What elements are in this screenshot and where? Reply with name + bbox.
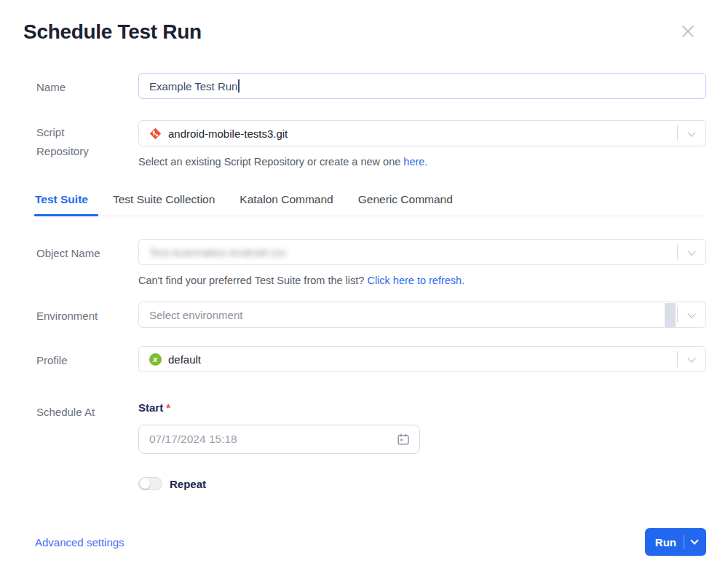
close-button[interactable]	[678, 22, 697, 41]
chevron-down-icon[interactable]	[687, 310, 695, 318]
schedule-at-row: Schedule At Start* 07/17/2024 15:18	[23, 398, 706, 490]
tab-katalon-command[interactable]: Katalon Command	[240, 193, 333, 216]
environment-row: Environment Select environment	[23, 302, 706, 328]
dialog-footer: Advanced settings Run	[23, 528, 706, 556]
refresh-test-suites-link[interactable]: Click here to refresh.	[367, 275, 464, 286]
create-repository-link[interactable]: here.	[403, 156, 427, 168]
profile-select[interactable]: x default	[138, 346, 706, 372]
close-icon	[680, 23, 696, 39]
run-button-label: Run	[655, 536, 676, 549]
run-dropdown-chevron-icon[interactable]	[690, 536, 698, 544]
profile-label: Profile	[23, 346, 138, 369]
dialog-header: Schedule Test Run	[23, 0, 706, 45]
git-icon	[149, 127, 162, 140]
schedule-at-label: Schedule At	[23, 398, 138, 420]
button-divider	[684, 535, 684, 549]
repeat-toggle[interactable]	[138, 477, 162, 490]
schedule-test-run-dialog: Schedule Test Run Name Example Test Run …	[0, 0, 728, 574]
profile-row: Profile x default	[23, 346, 706, 372]
start-datetime-value: 07/17/2024 15:18	[149, 433, 237, 446]
run-type-tabs: Test Suite Test Suite Collection Katalon…	[35, 193, 706, 216]
environment-placeholder: Select environment	[149, 309, 242, 321]
chevron-down-icon[interactable]	[687, 247, 695, 255]
tab-test-suite-collection[interactable]: Test Suite Collection	[113, 193, 215, 216]
object-name-helper: Can't find your preferred Test Suite fro…	[138, 274, 706, 287]
calendar-icon[interactable]	[397, 433, 410, 446]
environment-label: Environment	[23, 302, 138, 324]
page-title: Schedule Test Run	[23, 19, 202, 45]
select-divider	[677, 125, 678, 141]
profile-value: default	[168, 353, 201, 366]
required-asterisk: *	[166, 401, 170, 414]
script-repository-select[interactable]: android-mobile-tests3.git	[138, 120, 706, 146]
select-divider	[677, 351, 678, 367]
tab-generic-command[interactable]: Generic Command	[358, 193, 453, 216]
object-name-row: Object Name Test Automation Android csv …	[23, 239, 706, 287]
select-divider	[677, 307, 678, 323]
toggle-knob	[140, 479, 150, 489]
script-repository-helper: Select an existing Script Repository or …	[138, 155, 706, 168]
schedule-form: Name Example Test Run Script Repository	[23, 73, 706, 490]
helper-text: Select an existing Script Repository or …	[138, 156, 403, 168]
redacted-block	[665, 303, 676, 327]
environment-select[interactable]: Select environment	[138, 302, 706, 328]
start-datetime-input[interactable]: 07/17/2024 15:18	[138, 425, 420, 454]
object-name-select[interactable]: Test Automation Android csv	[138, 239, 706, 265]
repeat-label: Repeat	[170, 478, 206, 490]
script-repository-value: android-mobile-tests3.git	[168, 127, 288, 140]
script-repository-row: Script Repository android-mobile-tests3.…	[23, 120, 706, 168]
chevron-down-icon[interactable]	[687, 128, 695, 136]
name-input[interactable]: Example Test Run	[138, 73, 706, 99]
helper-text: Can't find your preferred Test Suite fro…	[138, 275, 367, 286]
name-label: Name	[23, 73, 138, 95]
tab-test-suite[interactable]: Test Suite	[35, 193, 88, 216]
run-button[interactable]: Run	[645, 528, 706, 556]
object-name-label: Object Name	[23, 239, 138, 262]
start-label: Start*	[138, 398, 706, 414]
advanced-settings-link[interactable]: Advanced settings	[35, 536, 124, 549]
chevron-down-icon[interactable]	[687, 354, 695, 362]
object-name-value-redacted: Test Automation Android csv	[149, 246, 286, 259]
script-repository-label: Script Repository	[23, 120, 138, 161]
name-input-value: Example Test Run	[149, 80, 237, 93]
select-divider	[677, 244, 678, 260]
profile-icon: x	[149, 353, 162, 366]
text-caret	[238, 79, 240, 93]
name-row: Name Example Test Run	[23, 73, 706, 99]
repeat-row: Repeat	[138, 477, 706, 490]
